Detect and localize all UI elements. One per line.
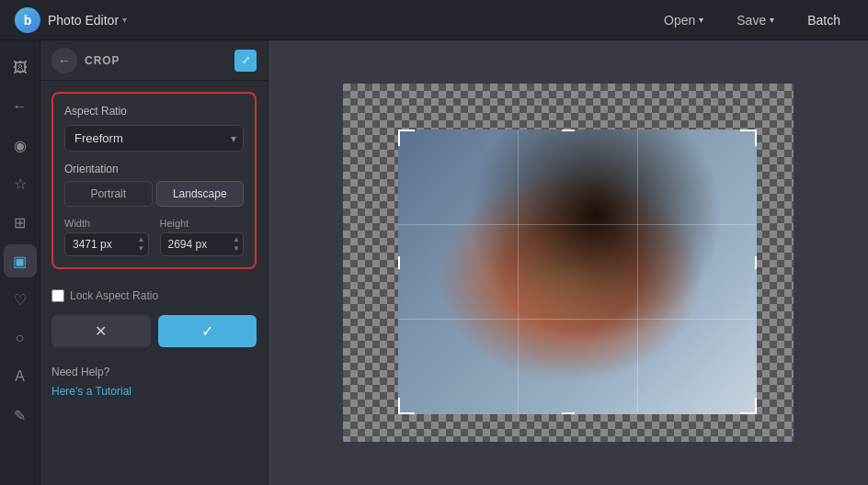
save-button[interactable]: Save ▾ bbox=[724, 7, 787, 33]
photo-area bbox=[398, 130, 757, 414]
tool-star[interactable]: ☆ bbox=[4, 167, 37, 200]
aspect-ratio-section: Aspect Ratio Freeform 1:1 4:3 16:9 3:2 C… bbox=[51, 92, 257, 269]
help-section: Need Help? Here's a Tutorial bbox=[40, 362, 268, 413]
height-label: Height bbox=[160, 218, 245, 229]
height-up-button[interactable]: ▲ bbox=[231, 235, 242, 244]
app-title: Photo Editor ▾ bbox=[48, 13, 127, 28]
tool-heart[interactable]: ♡ bbox=[4, 283, 37, 316]
width-down-button[interactable]: ▼ bbox=[136, 244, 147, 254]
dimensions-row: Width ▲ ▼ Height ▲ bbox=[64, 218, 244, 256]
title-chevron-icon: ▾ bbox=[122, 15, 127, 25]
aspect-ratio-select[interactable]: Freeform 1:1 4:3 16:9 3:2 Custom bbox=[64, 125, 244, 152]
panel-back-button[interactable]: ← bbox=[51, 48, 77, 73]
help-link[interactable]: Here's a Tutorial bbox=[51, 385, 131, 398]
height-down-button[interactable]: ▼ bbox=[231, 244, 242, 254]
tool-shape[interactable]: ○ bbox=[4, 321, 37, 355]
width-field: Width ▲ ▼ bbox=[64, 218, 149, 256]
grid-overlay bbox=[398, 130, 757, 414]
panel-header: ← CROP ⤢ bbox=[40, 40, 268, 81]
cancel-button[interactable]: ✕ bbox=[51, 315, 151, 347]
photo-simulation bbox=[398, 130, 757, 414]
tool-eye[interactable]: ◉ bbox=[4, 129, 37, 162]
orientation-buttons: Portrait Landscape bbox=[64, 181, 244, 207]
width-label: Width bbox=[64, 218, 149, 229]
back-icon: ← bbox=[58, 53, 71, 68]
panel-title: CROP bbox=[85, 54, 227, 67]
lock-label: Lock Aspect Ratio bbox=[70, 289, 158, 302]
confirm-button[interactable]: ✓ bbox=[158, 315, 257, 347]
crop-panel: ← CROP ⤢ Aspect Ratio Freeform 1:1 4:3 1… bbox=[40, 40, 268, 485]
aspect-ratio-label: Aspect Ratio bbox=[64, 105, 244, 118]
height-field: Height ▲ ▼ bbox=[160, 218, 245, 256]
topbar-actions: Open ▾ Save ▾ Batch bbox=[651, 7, 853, 33]
cancel-icon: ✕ bbox=[95, 322, 107, 340]
main-content: 🖼 ← ◉ ☆ ⊞ ▣ ♡ ○ A ✎ ← CROP ⤢ Aspect Rati… bbox=[0, 40, 868, 485]
icon-bar: 🖼 ← ◉ ☆ ⊞ ▣ ♡ ○ A ✎ bbox=[0, 40, 40, 485]
tool-back[interactable]: ← bbox=[4, 90, 37, 123]
width-up-button[interactable]: ▲ bbox=[136, 235, 147, 244]
panel-expand-button[interactable]: ⤢ bbox=[234, 50, 257, 72]
lock-row: Lock Aspect Ratio bbox=[40, 280, 268, 306]
portrait-button[interactable]: Portrait bbox=[64, 181, 153, 207]
grid-v2 bbox=[637, 130, 638, 414]
crop-container bbox=[343, 84, 794, 442]
tool-image[interactable]: 🖼 bbox=[4, 51, 37, 85]
tool-edit[interactable]: ✎ bbox=[4, 399, 37, 432]
topbar: b Photo Editor ▾ Open ▾ Save ▾ Batch bbox=[0, 0, 868, 40]
action-buttons: ✕ ✓ bbox=[40, 306, 268, 362]
save-chevron-icon: ▾ bbox=[770, 15, 774, 25]
open-chevron-icon: ▾ bbox=[699, 15, 703, 25]
tool-tune[interactable]: ⊞ bbox=[4, 206, 37, 239]
tool-text[interactable]: A bbox=[4, 360, 37, 393]
landscape-button[interactable]: Landscape bbox=[156, 181, 245, 207]
grid-h2 bbox=[398, 319, 757, 320]
batch-button[interactable]: Batch bbox=[794, 7, 853, 33]
tool-layers[interactable]: ▣ bbox=[4, 244, 37, 277]
grid-v1 bbox=[518, 130, 519, 414]
orientation-label: Orientation bbox=[64, 163, 244, 175]
aspect-ratio-select-wrapper: Freeform 1:1 4:3 16:9 3:2 Custom ▾ bbox=[64, 125, 244, 152]
grid-h1 bbox=[398, 224, 757, 225]
expand-icon: ⤢ bbox=[242, 54, 250, 66]
lock-checkbox[interactable] bbox=[51, 289, 64, 302]
app-logo: b bbox=[15, 7, 40, 33]
confirm-icon: ✓ bbox=[201, 322, 213, 340]
help-title: Need Help? bbox=[51, 366, 257, 378]
open-button[interactable]: Open ▾ bbox=[651, 7, 716, 33]
canvas-area bbox=[268, 40, 868, 485]
